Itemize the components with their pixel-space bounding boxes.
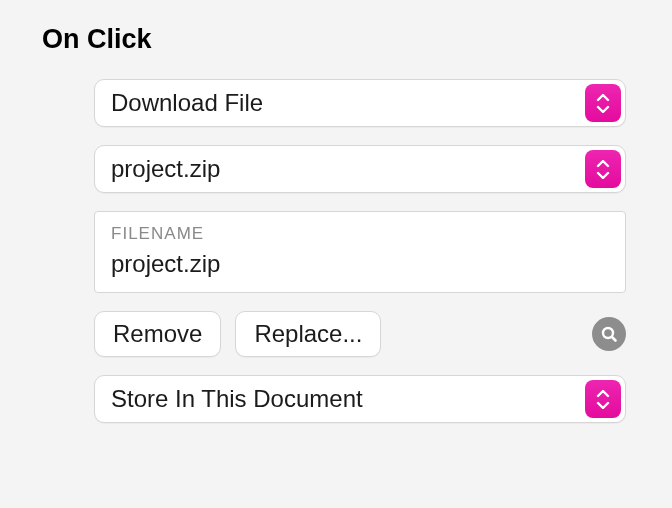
chevron-up-down-icon [585, 84, 621, 122]
filename-value: project.zip [111, 250, 609, 278]
file-popup[interactable]: project.zip [94, 145, 626, 193]
file-buttons-row: Remove Replace... [94, 311, 626, 357]
filename-field[interactable]: FILENAME project.zip [94, 211, 626, 293]
remove-button[interactable]: Remove [94, 311, 221, 357]
preview-button[interactable] [592, 317, 626, 351]
action-popup-label: Download File [111, 89, 585, 117]
storage-popup-label: Store In This Document [111, 385, 585, 413]
svg-line-1 [612, 337, 616, 341]
storage-popup[interactable]: Store In This Document [94, 375, 626, 423]
filename-caption: FILENAME [111, 224, 609, 244]
chevron-up-down-icon [585, 150, 621, 188]
section-title: On Click [38, 24, 634, 55]
magnifier-icon [600, 325, 618, 343]
file-popup-label: project.zip [111, 155, 585, 183]
action-popup[interactable]: Download File [94, 79, 626, 127]
replace-button[interactable]: Replace... [235, 311, 381, 357]
chevron-up-down-icon [585, 380, 621, 418]
